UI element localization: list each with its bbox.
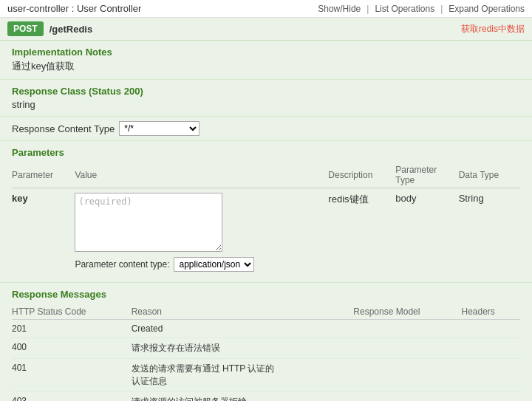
parameter-row: key (required) Parameter content type: a… bbox=[12, 188, 520, 277]
parameters-section: Parameters Parameter Value Description P… bbox=[0, 141, 532, 283]
response-content-type-select[interactable]: */* application/json application/xml bbox=[119, 121, 200, 136]
response-reason: 请求报文存在语法错误 bbox=[132, 338, 354, 359]
list-operations-link[interactable]: List Operations bbox=[375, 4, 434, 14]
col-value: Value bbox=[75, 162, 328, 188]
response-reason: 发送的请求需要有通过 HTTP 认证的 认证信息 bbox=[132, 359, 354, 392]
show-hide-link[interactable]: Show/Hide bbox=[318, 4, 361, 14]
post-bar: POST /getRedis 获取redis中数据 bbox=[0, 18, 532, 41]
response-status-code: 201 bbox=[12, 320, 132, 338]
implementation-notes-title: Implementation Notes bbox=[12, 47, 520, 58]
response-model bbox=[353, 392, 461, 402]
param-value-cell: (required) Parameter content type: appli… bbox=[75, 188, 328, 277]
col-model: Response Model bbox=[353, 304, 461, 320]
param-content-type-select[interactable]: application/json application/xml bbox=[174, 257, 254, 272]
param-content-type-row: Parameter content type: application/json… bbox=[75, 257, 324, 272]
response-status-code: 401 bbox=[12, 359, 132, 392]
endpoint-path: /getRedis bbox=[50, 24, 93, 35]
parameters-title: Parameters bbox=[12, 147, 520, 158]
implementation-notes-section: Implementation Notes 通过key值获取 bbox=[0, 41, 532, 80]
param-content-type-label: Parameter content type: bbox=[75, 259, 169, 270]
expand-operations-link[interactable]: Expand Operations bbox=[449, 4, 525, 14]
response-class-title: Response Class (Status 200) bbox=[12, 86, 520, 97]
col-description: Description bbox=[328, 162, 395, 188]
response-messages-section: Response Messages HTTP Status Code Reaso… bbox=[0, 283, 532, 401]
header-bar: user-controller : User Controller Show/H… bbox=[0, 0, 532, 18]
col-reason: Reason bbox=[132, 304, 354, 320]
response-status-code: 403 bbox=[12, 392, 132, 402]
controller-label: User Controller bbox=[77, 3, 141, 14]
response-model bbox=[353, 320, 461, 338]
response-reason: 请求资源的访问被服务器拒绝 bbox=[132, 392, 354, 402]
response-class-value: string bbox=[12, 99, 520, 110]
method-badge: POST bbox=[7, 21, 44, 36]
response-reason: Created bbox=[132, 320, 354, 338]
implementation-notes-value: 通过key值获取 bbox=[12, 60, 520, 73]
response-model bbox=[353, 338, 461, 359]
param-data-type: String bbox=[459, 188, 520, 277]
param-name: key bbox=[12, 188, 75, 277]
main-content: POST /getRedis 获取redis中数据 Implementation… bbox=[0, 18, 532, 401]
response-row: 403请求资源的访问被服务器拒绝 bbox=[12, 392, 520, 402]
response-row: 201Created bbox=[12, 320, 520, 338]
col-param-type: ParameterType bbox=[395, 162, 458, 188]
parameters-table: Parameter Value Description ParameterTyp… bbox=[12, 162, 520, 276]
endpoint-description-cn: 获取redis中数据 bbox=[454, 23, 525, 35]
response-row: 401发送的请求需要有通过 HTTP 认证的 认证信息 bbox=[12, 359, 520, 392]
response-headers bbox=[461, 392, 520, 402]
response-headers bbox=[461, 338, 520, 359]
col-headers: Headers bbox=[461, 304, 520, 320]
controller-name: user-controller bbox=[7, 3, 69, 14]
response-status-code: 400 bbox=[12, 338, 132, 359]
response-model bbox=[353, 359, 461, 392]
col-status-code: HTTP Status Code bbox=[12, 304, 132, 320]
response-headers bbox=[461, 320, 520, 338]
response-messages-title: Response Messages bbox=[12, 289, 520, 300]
response-content-type-row: Response Content Type */* application/js… bbox=[0, 117, 532, 141]
response-row: 400请求报文存在语法错误 bbox=[12, 338, 520, 359]
param-value-input[interactable]: (required) bbox=[75, 193, 222, 252]
col-parameter: Parameter bbox=[12, 162, 75, 188]
header-actions: Show/Hide | List Operations | Expand Ope… bbox=[318, 4, 525, 14]
response-class-section: Response Class (Status 200) string bbox=[0, 80, 532, 117]
col-data-type: Data Type bbox=[459, 162, 520, 188]
response-headers bbox=[461, 359, 520, 392]
response-messages-table: HTTP Status Code Reason Response Model H… bbox=[12, 304, 520, 401]
param-description: redis键值 bbox=[328, 188, 395, 277]
response-content-type-label: Response Content Type bbox=[12, 123, 115, 134]
param-type: body bbox=[395, 188, 458, 277]
header-title: user-controller : User Controller bbox=[7, 3, 141, 14]
